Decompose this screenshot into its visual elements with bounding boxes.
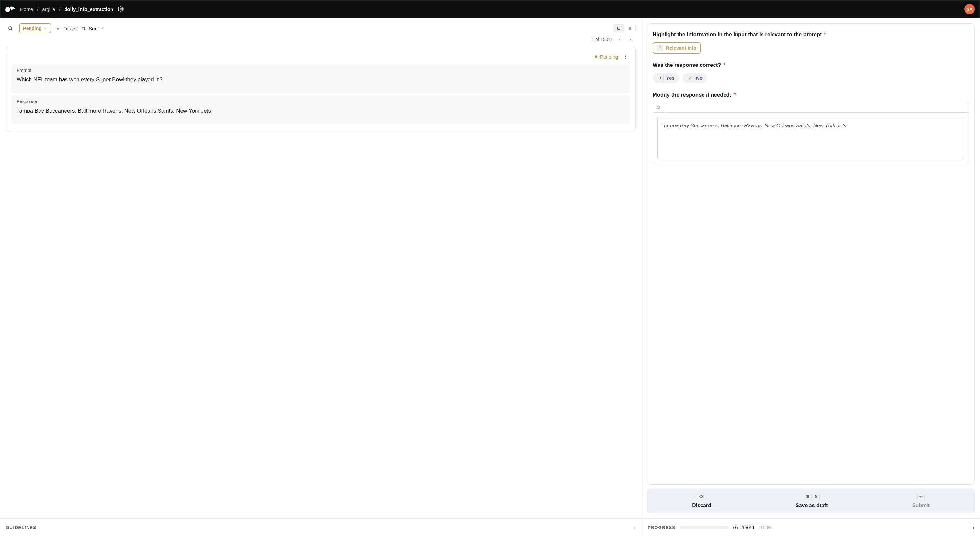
- records-toolbar: Pending Filters Sort: [0, 18, 641, 33]
- progress-percent: 0.00%: [759, 525, 772, 530]
- view-focus-button[interactable]: [613, 24, 624, 32]
- field-value: Tampa Bay Buccaneers, Baltimore Ravens, …: [16, 107, 625, 115]
- status-filter-label: Pending: [23, 25, 41, 31]
- sort-button[interactable]: Sort: [81, 25, 104, 31]
- label-option-no[interactable]: 2 No: [682, 73, 707, 83]
- option-text: Yes: [666, 75, 675, 81]
- guidelines-toggle[interactable]: GUIDELINES ›: [0, 519, 642, 536]
- span-label-option[interactable]: 1 Relevant info: [652, 43, 700, 54]
- question-title: Highlight the information in the input t…: [652, 31, 969, 38]
- chevron-right-icon: ›: [972, 525, 974, 530]
- field-label: Response: [16, 99, 625, 104]
- span-label-text: Relevant info: [666, 45, 696, 51]
- option-text: No: [696, 75, 703, 81]
- svg-rect-7: [617, 27, 620, 30]
- pagination: 1 of 15011 ‹ ›: [0, 33, 641, 42]
- sort-label: Sort: [89, 25, 98, 31]
- draft-key-1: S: [813, 493, 819, 500]
- record-status-label: Pending: [600, 54, 618, 60]
- question-text: Modify the response if needed: * Tampa B…: [652, 91, 969, 164]
- submit-button[interactable]: ↩ Submit: [912, 493, 930, 509]
- status-dot-icon: [595, 56, 597, 58]
- text-editor-tab[interactable]: [653, 102, 664, 112]
- discard-label: Discard: [692, 503, 711, 509]
- svg-point-13: [625, 58, 626, 58]
- search-icon[interactable]: [6, 24, 15, 33]
- submit-label: Submit: [912, 503, 930, 509]
- guidelines-label: GUIDELINES: [6, 525, 36, 530]
- field-response: Response Tampa Bay Buccaneers, Baltimore…: [11, 95, 630, 124]
- filter-icon: [56, 25, 60, 31]
- breadcrumb-workspace[interactable]: argilla: [42, 6, 55, 12]
- sort-icon: [81, 25, 86, 31]
- record-menu-icon[interactable]: [622, 53, 630, 60]
- record-card: Pending Prompt Which NFL team has won ev…: [6, 47, 636, 132]
- view-list-button[interactable]: [624, 24, 635, 32]
- chevron-right-icon: ›: [634, 525, 636, 530]
- progress-label: PROGRESS: [648, 525, 676, 530]
- svg-point-11: [625, 55, 626, 56]
- status-filter[interactable]: Pending: [19, 23, 51, 33]
- questions-container: Highlight the information in the input t…: [647, 23, 975, 485]
- label-option-yes[interactable]: 1 Yes: [652, 73, 679, 83]
- next-record-button[interactable]: ›: [627, 36, 634, 42]
- chevron-down-icon: [43, 26, 47, 30]
- question-span: Highlight the information in the input t…: [652, 31, 969, 54]
- breadcrumb-sep: /: [37, 6, 38, 12]
- view-mode-toggle: [613, 24, 636, 32]
- prev-record-button[interactable]: ‹: [616, 36, 624, 42]
- app-header: Home / argilla / dolly_info_extraction S…: [0, 0, 980, 18]
- label-options: 1 Yes 2 No: [652, 73, 969, 83]
- question-label: Was the response correct? * 1 Yes 2 No: [652, 61, 969, 83]
- svg-point-1: [120, 8, 122, 10]
- span-label-key: 1: [657, 45, 663, 51]
- svg-point-12: [625, 56, 626, 57]
- discard-button[interactable]: ⌫ Discard: [692, 493, 711, 509]
- pagination-text: 1 of 15011: [592, 37, 613, 42]
- required-asterisk: *: [733, 92, 735, 98]
- text-editor[interactable]: Tampa Bay Buccaneers, Baltimore Ravens, …: [657, 117, 964, 159]
- user-avatar[interactable]: SA: [964, 4, 975, 14]
- question-title: Was the response correct? *: [652, 61, 969, 69]
- draft-label: Save as draft: [795, 503, 828, 509]
- discard-key: ⌫: [697, 493, 706, 500]
- main: Pending Filters Sort: [0, 18, 980, 519]
- filters-button[interactable]: Filters: [56, 25, 76, 31]
- question-title: Modify the response if needed: *: [652, 91, 969, 99]
- draft-key-0: ⌘: [804, 493, 812, 500]
- text-editor-wrapper: Tampa Bay Buccaneers, Baltimore Ravens, …: [652, 102, 969, 164]
- save-draft-button[interactable]: ⌘ S Save as draft: [795, 493, 828, 509]
- option-key: 2: [687, 75, 694, 81]
- svg-point-0: [5, 7, 10, 12]
- breadcrumb-home[interactable]: Home: [20, 6, 33, 12]
- field-value: Which NFL team has won every Super Bowl …: [16, 76, 625, 84]
- filters-label: Filters: [63, 25, 76, 31]
- option-key: 1: [657, 75, 663, 81]
- question-title-text: Was the response correct?: [652, 62, 721, 68]
- record-status: Pending: [595, 54, 618, 60]
- breadcrumb-sep: /: [59, 6, 60, 12]
- app-logo: [5, 6, 16, 12]
- settings-icon[interactable]: [118, 6, 124, 12]
- svg-line-3: [11, 29, 12, 30]
- app-footer: GUIDELINES › PROGRESS 0 of 15011 0.00% ›: [0, 519, 980, 536]
- field-label: Prompt: [16, 68, 625, 73]
- breadcrumb: Home / argilla / dolly_info_extraction: [20, 6, 113, 12]
- annotation-panel: Highlight the information in the input t…: [642, 18, 980, 519]
- breadcrumb-dataset[interactable]: dolly_info_extraction: [64, 6, 113, 12]
- progress-bar: [680, 526, 729, 529]
- text-editor-tabs: [653, 102, 969, 113]
- field-prompt: Prompt Which NFL team has won every Supe…: [11, 65, 630, 93]
- record-card-header: Pending: [11, 49, 631, 62]
- svg-point-2: [9, 27, 12, 30]
- question-title-text: Modify the response if needed:: [652, 92, 731, 98]
- sparkle-icon: [656, 105, 661, 110]
- submit-key: ↩: [918, 493, 924, 500]
- chevron-down-icon: [100, 26, 104, 30]
- required-asterisk: *: [723, 62, 725, 68]
- progress-toggle[interactable]: PROGRESS 0 of 15011 0.00% ›: [642, 519, 980, 536]
- action-bar: ⌫ Discard ⌘ S Save as draft ↩ Submit: [647, 489, 975, 513]
- question-title-text: Highlight the information in the input t…: [652, 32, 822, 37]
- records-panel: Pending Filters Sort: [0, 18, 642, 519]
- progress-text: 0 of 15011: [733, 525, 755, 530]
